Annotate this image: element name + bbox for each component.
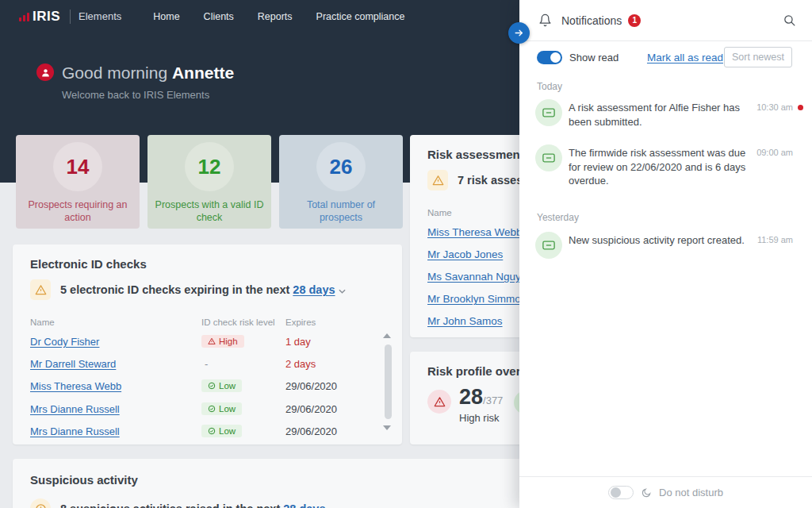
- scroll-up-arrow[interactable]: [383, 333, 391, 338]
- bell-icon: [538, 13, 552, 27]
- alert-circle-icon: [30, 498, 51, 508]
- stat-card-prospects-action[interactable]: 14 Prospects requiring an action: [16, 135, 140, 229]
- panel-title: Suspicious activity: [30, 473, 138, 487]
- page-subtitle: Welcome back to IRIS Elements: [62, 89, 209, 101]
- id-checks-alert: 5 electronic ID checks expiring in the n…: [30, 279, 346, 300]
- expires-value: 29/06/2020: [285, 380, 337, 392]
- sort-newest-button[interactable]: Sort newest: [724, 47, 792, 67]
- days-filter-link[interactable]: 28 days: [283, 502, 325, 508]
- high-risk-icon: [427, 390, 451, 414]
- client-link[interactable]: Miss Theresa Webb: [427, 226, 523, 238]
- report-icon: [535, 99, 562, 126]
- client-link[interactable]: Miss Theresa Webb: [30, 380, 121, 392]
- moon-icon: [641, 487, 652, 498]
- expires-value: 1 day: [285, 336, 311, 348]
- table-row: Dr Cody Fisher High 1 day: [13, 332, 402, 354]
- scrollbar-thumb[interactable]: [385, 344, 392, 419]
- high-risk-count: 28/377: [459, 385, 503, 410]
- check-circle-icon: [208, 405, 216, 413]
- warning-triangle-icon: [208, 337, 216, 345]
- days-filter-link[interactable]: 28 days: [293, 283, 335, 296]
- high-risk-label: High risk: [459, 412, 500, 424]
- risk-assessments-alert: 7 risk assess: [427, 170, 529, 190]
- scroll-down-arrow[interactable]: [383, 425, 391, 430]
- unread-count-badge: 1: [628, 14, 641, 27]
- column-header: Name: [30, 318, 55, 327]
- chevron-down-icon[interactable]: [339, 283, 346, 296]
- check-circle-icon: [208, 382, 216, 390]
- client-link[interactable]: Mr Brooklyn Simmons: [427, 293, 532, 305]
- suspicious-activity-panel: Suspicious activity 8 suspicious activit…: [13, 459, 568, 508]
- client-link[interactable]: Mr John Samos: [427, 315, 503, 327]
- risk-empty: -: [205, 358, 208, 370]
- electronic-id-checks-panel: Electronic ID checks 5 electronic ID che…: [13, 244, 402, 444]
- notification-time: 09:00 am: [756, 148, 793, 157]
- notification-text: The firmwide risk assessment was due for…: [569, 146, 756, 188]
- client-link[interactable]: Mrs Dianne Russell: [30, 403, 120, 415]
- risk-badge-low: Low: [201, 379, 242, 392]
- nav-items: Home Clients Reports Practice compliance: [153, 11, 404, 22]
- show-read-label: Show read: [569, 52, 619, 64]
- report-icon: [535, 144, 562, 171]
- expires-value: 29/06/2020: [285, 425, 337, 437]
- show-read-toggle[interactable]: [537, 51, 562, 64]
- stat-value: 26: [330, 155, 353, 179]
- risk-badge-low: Low: [201, 402, 242, 415]
- alert-text: 5 electronic ID checks expiring in the n…: [60, 283, 289, 296]
- stat-label: Prospects requiring an action: [22, 198, 133, 224]
- table-row: Mrs Dianne Russell Low 29/06/2020: [13, 421, 402, 444]
- table-row: Miss Theresa Webb Low 29/06/2020: [13, 376, 402, 398]
- do-not-disturb-label: Do not disturb: [659, 487, 723, 498]
- client-link[interactable]: Mrs Dianne Russell: [30, 425, 120, 437]
- stat-circle: 12: [185, 142, 234, 191]
- group-label-yesterday: Yesterday: [537, 212, 579, 223]
- stat-circle: 14: [53, 142, 102, 191]
- search-icon[interactable]: [783, 13, 796, 27]
- nav-item-practice-compliance[interactable]: Practice compliance: [316, 11, 405, 22]
- suspicious-alert: 8 suspicious activities raised in the ne…: [30, 498, 335, 508]
- stat-value: 12: [198, 155, 221, 179]
- stat-card-valid-id[interactable]: 12 Prospects with a valid ID check: [147, 135, 271, 229]
- group-label-today: Today: [537, 81, 562, 92]
- warning-triangle-icon: [427, 170, 448, 190]
- unread-dot: [798, 105, 803, 110]
- risk-badge-low: Low: [201, 425, 242, 437]
- risk-total: /377: [483, 394, 503, 406]
- mark-all-as-read-link[interactable]: Mark all as read: [647, 52, 723, 64]
- notifications-controls: Show read Mark all as read Sort newest: [519, 41, 812, 73]
- iris-logo[interactable]: IRIS: [19, 9, 60, 25]
- iris-logo-bars-icon: [19, 13, 29, 21]
- nav-item-home[interactable]: Home: [153, 11, 179, 22]
- client-link[interactable]: Mr Jacob Jones: [427, 248, 503, 260]
- nav-item-clients[interactable]: Clients: [204, 11, 234, 22]
- notification-text: New suspicious activity report created.: [569, 233, 756, 248]
- alert-text: 8 suspicious activities raised in the ne…: [60, 502, 280, 508]
- stat-label: Total number of prospects: [285, 198, 396, 224]
- arrow-right-icon: [514, 28, 524, 38]
- column-header: Expires: [285, 318, 316, 327]
- do-not-disturb-toggle[interactable]: [608, 486, 634, 499]
- stat-circle: 26: [316, 142, 366, 191]
- notifications-header: Notifications 1: [519, 0, 812, 41]
- stat-value: 14: [67, 155, 90, 179]
- client-link[interactable]: Ms Savannah Nguyen: [427, 271, 533, 283]
- notifications-panel: Notifications 1 Show read Mark all as re…: [519, 0, 812, 508]
- table-row: Mrs Dianne Russell Low 29/06/2020: [13, 399, 402, 421]
- stat-card-total-prospects[interactable]: 26 Total number of prospects: [279, 135, 403, 229]
- client-link[interactable]: Mr Darrell Steward: [30, 358, 116, 370]
- brand-name: IRIS: [33, 9, 60, 25]
- stat-label: Prospects with a valid ID check: [154, 198, 265, 224]
- client-link[interactable]: Dr Cody Fisher: [30, 336, 99, 348]
- collapse-panel-button[interactable]: [508, 22, 530, 44]
- do-not-disturb-bar: Do not disturb: [519, 476, 812, 508]
- chevron-down-icon[interactable]: [328, 502, 335, 508]
- notification-time: 11:59 am: [757, 235, 793, 244]
- alert-text: 7 risk assess: [458, 174, 529, 187]
- column-header-name: Name: [427, 208, 452, 217]
- greeting-name: Annette: [172, 64, 234, 82]
- brand-divider: [70, 10, 71, 24]
- nav-item-reports[interactable]: Reports: [258, 11, 293, 22]
- panel-title: Electronic ID checks: [30, 257, 147, 271]
- expires-value: 29/06/2020: [285, 403, 337, 415]
- user-avatar: [36, 64, 54, 81]
